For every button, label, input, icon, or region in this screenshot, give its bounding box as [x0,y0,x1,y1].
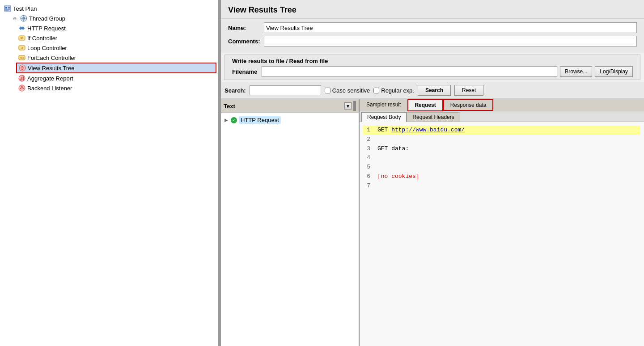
tree-item-test-plan[interactable]: Test Plan [2,4,216,13]
tree-header: Text ▼ [221,99,359,113]
svg-rect-24 [21,77,22,80]
code-line-1: 1 GET http://www.baidu.com/ [363,126,640,135]
svg-point-7 [22,17,25,20]
tab-bar: Sampler result Request Response data [360,99,644,111]
line-num-6: 6 [363,172,370,181]
svg-rect-1 [5,7,7,8]
file-section-title: Write results to file / Read from file [232,58,633,64]
browse-button[interactable]: Browse... [560,66,592,77]
tree-item-thread-group[interactable]: ⊖ Thread Group [9,13,216,23]
case-sensitive-label: Case sensitive [332,87,370,94]
line-content-2 [377,135,381,144]
tree-item-foreach-controller[interactable]: FOR ForEach Controller [16,53,216,63]
dropdown-arrow-icon: ▼ [346,104,350,109]
line-content-1: GET http://www.baidu.com/ [377,126,465,135]
result-item-http-request[interactable]: ▶ ✓ HTTP Request [223,115,357,125]
tree-item-loop-controller[interactable]: ↺ Loop Controller [16,43,216,53]
log-display-button[interactable]: Log/Display [595,66,633,77]
line-content-7 [377,181,381,191]
code-line-6: 6 [no cookies] [363,172,640,181]
tree-item-label: Thread Group [29,15,65,22]
search-button[interactable]: Search [418,85,451,96]
search-input[interactable] [250,85,321,95]
expand-icon: ⊖ [11,15,18,22]
code-line-7: 7 [363,181,640,191]
tree-column-header: Text [224,103,343,110]
sub-tab-label: Request Body [367,114,401,120]
tab-request[interactable]: Request [407,99,443,111]
file-section: Write results to file / Read from file F… [225,55,640,80]
case-sensitive-group: Case sensitive [325,87,370,94]
svg-rect-23 [20,79,21,80]
line-content-3: GET data: [377,144,409,154]
tree-item-label: ForEach Controller [27,55,76,61]
comments-input[interactable] [264,36,637,46]
content-area: Text ▼ ▶ ✓ HTTP Request [221,99,644,346]
case-sensitive-checkbox[interactable] [325,88,330,93]
line-content-5 [377,163,381,172]
testplan-icon [4,5,11,12]
navigator-tree: Test Plan ⊖ Thread Group [0,0,218,346]
left-panel: Test Plan ⊖ Thread Group [0,0,219,346]
tree-item-label: HTTP Request [27,25,66,32]
line-num-5: 5 [363,163,370,172]
http-request-icon [18,25,25,32]
code-line-3: 3 GET data: [363,144,640,154]
controller-icon: IF [18,34,25,42]
name-input[interactable] [264,22,637,33]
sub-tab-request-headers[interactable]: Request Headers [407,112,460,122]
svg-text:IF: IF [21,37,24,40]
column-dropdown[interactable]: ▼ [344,102,352,110]
line-content-4 [377,153,381,163]
svg-point-27 [21,86,23,87]
checkmark: ✓ [232,118,236,122]
result-tree-pane: Text ▼ ▶ ✓ HTTP Request [221,99,360,346]
code-line-2: 2 [363,135,640,144]
success-icon: ✓ [231,117,237,123]
comments-row: Comments: [228,36,637,46]
search-row: Search: Case sensitive Regular exp. Sear… [221,82,644,99]
sub-tab-bar: Request Body Request Headers [360,111,644,122]
tab-label: Request [415,102,436,108]
regular-exp-group: Regular exp. [373,87,414,94]
sub-tab-request-body[interactable]: Request Body [361,112,407,122]
filename-input[interactable] [262,66,557,77]
expand-arrow: ▶ [225,118,228,122]
filename-row: Filename Browse... Log/Display [232,66,633,77]
url-link[interactable]: http://www.baidu.com/ [391,127,465,133]
right-panel: View Results Tree Name: Comments: Write … [221,0,644,346]
tab-response-data[interactable]: Response data [443,99,494,111]
panel-title: View Results Tree [221,0,644,19]
tab-sampler-result[interactable]: Sampler result [360,99,407,111]
name-label: Name: [228,25,264,31]
comments-label: Comments: [228,38,264,45]
detail-pane: Sampler result Request Response data Req… [360,99,644,346]
tree-item-view-results-tree[interactable]: View Results Tree [16,63,216,73]
svg-text:↺: ↺ [21,47,23,50]
tree-item-label: If Controller [27,35,57,42]
regular-exp-checkbox[interactable] [373,88,379,93]
svg-text:FOR: FOR [20,57,25,59]
name-row: Name: [228,22,637,33]
form-section: Name: Comments: [221,19,644,53]
tree-item-http-request[interactable]: HTTP Request [16,23,216,33]
loop-icon: ↺ [18,44,25,51]
aggregate-icon [18,75,25,82]
tree-item-label: View Results Tree [28,65,75,72]
tree-item-backend-listener[interactable]: Backend Listener [16,83,216,93]
filename-label: Filename [232,68,259,75]
reset-button[interactable]: Reset [454,85,483,96]
line-num-4: 4 [363,153,370,163]
code-area: 1 GET http://www.baidu.com/ 2 3 GET data… [360,122,644,346]
tree-item-label: Loop Controller [27,45,67,51]
result-tree-content: ▶ ✓ HTTP Request [221,113,359,346]
column-resizer[interactable] [353,101,356,111]
tree-item-if-controller[interactable]: IF If Controller [16,33,216,43]
tree-item-label: Test Plan [13,5,37,12]
code-line-4: 4 [363,153,640,163]
foreach-icon: FOR [18,54,25,61]
result-item-label: HTTP Request [239,116,281,124]
tab-label: Response data [450,102,487,108]
tree-item-aggregate-report[interactable]: Aggregate Report [16,73,216,83]
backend-icon [18,84,25,92]
